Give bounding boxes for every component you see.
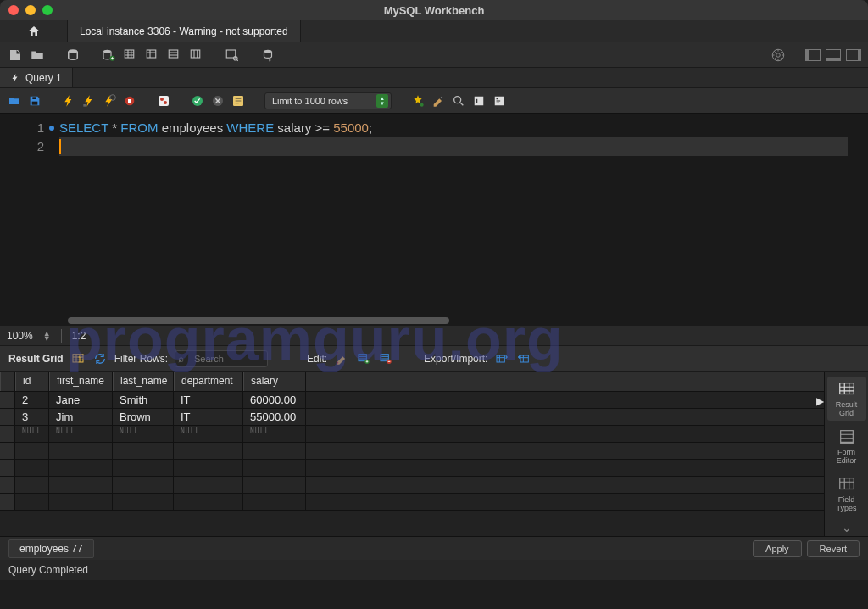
svg-point-0 — [69, 49, 78, 53]
sql-editor[interactable]: 1 2 SELECT * FROM employees WHERE salary… — [0, 114, 868, 326]
svg-rect-35 — [839, 383, 854, 394]
side-panel-result-grid[interactable]: Result Grid — [827, 377, 866, 421]
form-icon — [837, 427, 856, 446]
home-icon — [27, 25, 41, 38]
status-text: Query Completed — [8, 564, 88, 576]
search-table-icon[interactable] — [224, 47, 241, 64]
beautify-icon[interactable] — [410, 93, 426, 109]
svg-rect-29 — [359, 354, 366, 360]
svg-point-11 — [776, 53, 781, 57]
bottom-bar: employees 77 Apply Revert — [0, 536, 868, 560]
toggle-bottom-panel-icon[interactable] — [826, 49, 841, 61]
svg-rect-31 — [381, 354, 388, 360]
cursor-position: 1:2 — [72, 330, 86, 342]
query-tabs: Query 1 — [0, 68, 868, 88]
col-header-first-name[interactable]: first_name — [49, 372, 113, 391]
refresh-icon[interactable] — [92, 351, 108, 366]
svg-point-1 — [103, 49, 111, 53]
svg-rect-37 — [839, 478, 854, 489]
result-tab[interactable]: employees 77 — [8, 539, 94, 558]
limit-rows-label: Limit to 1000 rows — [272, 96, 348, 106]
toggle-limit-icon[interactable] — [231, 93, 246, 109]
window-zoom-button[interactable] — [42, 5, 53, 15]
import-icon[interactable] — [516, 351, 531, 366]
snippets-icon[interactable] — [492, 93, 507, 109]
title-bar: MySQL Workbench — [0, 0, 868, 20]
toggle-left-panel-icon[interactable] — [805, 49, 821, 61]
export-import-label: Export/Import: — [424, 353, 487, 365]
result-grid[interactable]: id first_name last_name department salar… — [0, 372, 824, 536]
editor-code[interactable]: SELECT * FROM employees WHERE salary >= … — [59, 114, 868, 326]
zoom-stepper[interactable]: ▲▼ — [43, 331, 51, 341]
revert-button[interactable]: Revert — [807, 540, 860, 557]
query-tab[interactable]: Query 1 — [0, 68, 73, 87]
editor-gutter: 1 2 — [0, 114, 59, 326]
home-tab[interactable] — [0, 20, 68, 42]
apply-button[interactable]: Apply — [753, 540, 802, 557]
result-grid-view-icon[interactable] — [70, 351, 86, 366]
toggle-autocommit-icon[interactable] — [156, 93, 171, 109]
search-icon: ⌕ — [178, 353, 184, 365]
export-icon[interactable] — [494, 351, 509, 366]
wrap-icon[interactable] — [471, 93, 487, 109]
svg-rect-36 — [840, 431, 853, 444]
side-panel-form-editor[interactable]: Form Editor — [827, 424, 866, 468]
svg-point-25 — [454, 96, 461, 103]
window-close-button[interactable] — [8, 5, 19, 15]
add-row-icon[interactable] — [356, 351, 371, 366]
execute-current-icon[interactable] — [81, 93, 97, 109]
col-header-id[interactable]: id — [15, 372, 49, 391]
stop-icon[interactable] — [122, 93, 137, 109]
window-minimize-button[interactable] — [25, 5, 36, 15]
col-header-last-name[interactable]: last_name — [113, 372, 174, 391]
find-icon[interactable] — [431, 93, 446, 109]
svg-rect-13 — [32, 97, 36, 99]
new-sql-tab-icon[interactable] — [7, 47, 24, 64]
filter-rows-label: Filter Rows: — [114, 353, 168, 365]
status-bar: Query Completed — [0, 560, 868, 580]
rollback-icon[interactable] — [210, 93, 225, 109]
open-sql-file-icon[interactable] — [29, 47, 46, 64]
main-toolbar — [0, 42, 868, 68]
save-file-icon[interactable] — [27, 93, 42, 109]
connection-tab[interactable]: Local instance 3306 - Warning - not supp… — [68, 20, 301, 42]
grid-header: id first_name last_name department salar… — [0, 372, 824, 392]
table-row-null[interactable]: NULL NULL NULL NULL NULL — [0, 426, 824, 443]
explain-icon[interactable] — [102, 93, 117, 109]
inspector-icon[interactable] — [64, 47, 81, 64]
svg-rect-26 — [475, 96, 484, 105]
create-table-icon[interactable] — [122, 47, 139, 64]
commit-icon[interactable] — [190, 93, 205, 109]
svg-point-15 — [110, 94, 116, 100]
settings-gear-icon[interactable] — [770, 47, 787, 64]
svg-point-9 — [264, 49, 272, 53]
create-procedure-icon[interactable] — [166, 47, 183, 64]
col-header-department[interactable]: department — [174, 372, 243, 391]
side-panel-field-types[interactable]: Field Types — [827, 472, 866, 516]
svg-point-19 — [160, 98, 164, 101]
create-function-icon[interactable] — [188, 47, 205, 64]
connection-tab-label: Local instance 3306 - Warning - not supp… — [80, 25, 288, 37]
table-row-empty — [0, 460, 824, 477]
edit-row-icon[interactable] — [334, 351, 349, 366]
create-view-icon[interactable] — [144, 47, 161, 64]
dropdown-stepper-icon: ▲▼ — [376, 94, 388, 108]
table-row[interactable]: 3 Jim Brown IT 55000.00 — [0, 409, 824, 426]
execute-icon[interactable] — [61, 93, 76, 109]
create-schema-icon[interactable] — [100, 47, 117, 64]
grid-icon — [837, 380, 856, 399]
limit-rows-select[interactable]: Limit to 1000 rows ▲▼ — [264, 92, 392, 109]
chevron-down-icon[interactable]: ⌄ — [842, 521, 852, 534]
toggle-right-panel-icon[interactable] — [846, 49, 861, 61]
invisible-chars-icon[interactable] — [451, 93, 466, 109]
editor-horizontal-scrollbar[interactable] — [68, 317, 449, 324]
filter-rows-input[interactable] — [175, 350, 268, 367]
query-toolbar: Limit to 1000 rows ▲▼ — [0, 88, 868, 114]
svg-rect-6 — [191, 50, 200, 58]
col-header-salary[interactable]: salary — [243, 372, 306, 391]
collapse-handle-icon[interactable]: ▶ — [816, 395, 824, 407]
open-file-icon[interactable] — [7, 93, 22, 109]
reconnect-icon[interactable] — [259, 47, 276, 64]
delete-row-icon[interactable] — [378, 351, 393, 366]
table-row[interactable]: 2 Jane Smith IT 60000.00 — [0, 392, 824, 409]
